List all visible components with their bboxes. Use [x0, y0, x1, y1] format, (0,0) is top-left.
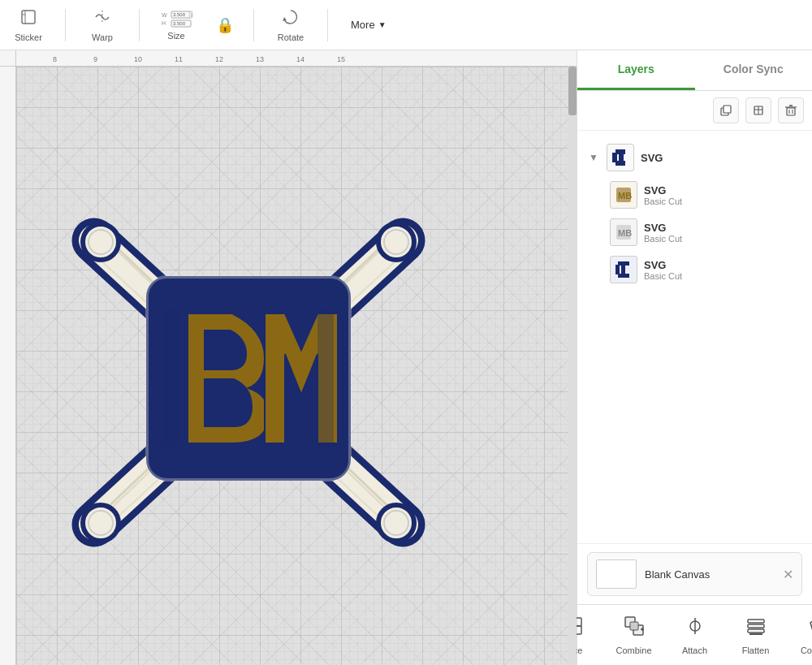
scrollbar-thumb[interactable] — [568, 67, 577, 115]
layer-info-2: SVG Basic Cut — [644, 222, 801, 244]
more-label: More — [351, 19, 375, 31]
warp-icon — [93, 7, 112, 31]
warp-tool[interactable]: Warp — [82, 7, 123, 42]
svg-rect-36 — [723, 106, 731, 113]
svg-rect-55 — [618, 261, 629, 266]
warp-label: Warp — [92, 32, 113, 42]
combine-icon — [623, 615, 646, 642]
svg-marker-13 — [283, 17, 287, 21]
rotate-tool[interactable]: Rotate — [270, 7, 311, 42]
svg-point-27 — [384, 230, 408, 254]
svg-text:W: W — [162, 12, 167, 18]
tab-layers[interactable]: Layers — [577, 50, 695, 90]
blank-canvas-close-icon[interactable]: ✕ — [783, 567, 793, 582]
svg-rect-54 — [621, 265, 625, 274]
ruler-tick-12: 12 — [215, 55, 223, 63]
layer-child-1[interactable]: MB SVG Basic Cut — [585, 176, 804, 214]
svg-text:⋮: ⋮ — [189, 10, 192, 17]
svg-rect-47 — [615, 149, 625, 154]
layer-name-parent: SVG — [641, 152, 801, 164]
contour-tool[interactable]: Contour — [794, 615, 812, 655]
svg-text:MB: MB — [618, 191, 632, 201]
layer-info-3: SVG Basic Cut — [644, 259, 801, 281]
ruler-tick-14: 14 — [296, 55, 304, 63]
size-tool[interactable]: W H 3.500 3.500 ⇕ ⋮ Size — [156, 9, 197, 41]
svg-rect-0 — [22, 11, 35, 24]
vertical-scrollbar[interactable] — [568, 67, 577, 665]
main-toolbar: Sticker Warp W H 3.500 3.500 ⇕ ⋮ — [0, 0, 812, 50]
ruler-tick-15: 15 — [337, 55, 345, 63]
more-button[interactable]: More ▼ — [344, 15, 393, 34]
contour-label: Contour — [801, 646, 812, 655]
combine-label: Combine — [615, 646, 651, 655]
layer-name-2: SVG — [644, 222, 801, 234]
ruler-corner — [0, 50, 16, 67]
svg-rect-63 — [630, 622, 638, 630]
expand-icon: ▼ — [589, 152, 600, 163]
blank-canvas-preview — [596, 559, 637, 589]
svg-point-29 — [89, 511, 113, 535]
ruler-tick-11: 11 — [175, 55, 183, 63]
layer-parent-svg[interactable]: ▼ SVG — [585, 139, 804, 176]
svg-text:3.500: 3.500 — [173, 12, 186, 17]
divider-1 — [65, 9, 66, 41]
panel-toolbar — [577, 91, 812, 131]
canvas-grid[interactable] — [16, 67, 577, 665]
more-chevron-icon: ▼ — [378, 20, 387, 29]
svg-point-25 — [89, 230, 113, 254]
lock-icon: 🔒 — [213, 16, 237, 34]
size-icon: W H 3.500 3.500 ⇕ ⋮ — [160, 9, 192, 32]
ruler-horizontal: 8 9 10 11 12 13 14 15 — [16, 50, 577, 67]
svg-rect-67 — [748, 620, 764, 623]
svg-text:H: H — [162, 20, 166, 26]
combine-tool[interactable]: Combine — [611, 615, 656, 655]
svg-rect-40 — [787, 108, 795, 115]
divider-2 — [139, 9, 140, 41]
flatten-label: Flatten — [742, 646, 770, 655]
tab-colorsync[interactable]: Color Sync — [695, 50, 813, 90]
layer-child-3[interactable]: SVG Basic Cut — [585, 251, 804, 288]
layer-thumb-3 — [610, 256, 637, 283]
layer-child-2[interactable]: MB SVG Basic Cut — [585, 214, 804, 251]
layer-name-3: SVG — [644, 259, 801, 271]
design-element[interactable] — [45, 175, 451, 581]
svg-point-31 — [384, 511, 408, 535]
canvas-area[interactable]: 8 9 10 11 12 13 14 15 — [0, 50, 577, 665]
main-content: 8 9 10 11 12 13 14 15 — [0, 50, 812, 665]
contour-icon — [806, 615, 813, 642]
svg-rect-48 — [615, 161, 625, 166]
right-panel: Layers Color Sync — [577, 50, 812, 665]
ruler-tick-9: 9 — [93, 55, 97, 63]
layer-info-1: SVG Basic Cut — [644, 184, 801, 206]
layer-thumb-1: MB — [610, 181, 637, 209]
baseball-logo-svg — [45, 175, 451, 581]
delete-button[interactable] — [778, 97, 804, 123]
sticker-tool[interactable]: Sticker — [8, 7, 49, 42]
layer-type-2: Basic Cut — [644, 234, 801, 244]
rotate-label: Rotate — [278, 32, 304, 42]
layer-info-parent: SVG — [641, 152, 801, 164]
attach-tool[interactable]: Attach — [672, 615, 717, 655]
ruler-vertical — [0, 67, 16, 665]
panel-tabs: Layers Color Sync — [577, 50, 812, 91]
flatten-tool[interactable]: Flatten — [733, 615, 778, 655]
duplicate-button[interactable] — [713, 97, 739, 123]
ruler-tick-8: 8 — [53, 55, 57, 63]
ruler-tick-10: 10 — [134, 55, 142, 63]
layer-type-3: Basic Cut — [644, 271, 801, 281]
sticker-icon — [19, 7, 38, 31]
layer-name-1: SVG — [644, 184, 801, 196]
rotate-icon — [281, 7, 300, 31]
layer-thumb-parent — [607, 144, 634, 171]
ruler-tick-13: 13 — [256, 55, 264, 63]
svg-rect-68 — [748, 624, 764, 628]
blank-canvas-label: Blank Canvas — [645, 568, 710, 581]
svg-text:3.500: 3.500 — [173, 21, 186, 26]
panel-bottom-toolbar: Slice Combine — [577, 604, 812, 665]
blank-canvas-button[interactable]: Blank Canvas ✕ — [587, 552, 802, 596]
svg-text:MB: MB — [618, 228, 632, 238]
svg-rect-69 — [748, 629, 764, 633]
size-label: Size — [167, 31, 184, 41]
attach-icon — [684, 615, 706, 642]
copy-button[interactable] — [745, 97, 771, 123]
